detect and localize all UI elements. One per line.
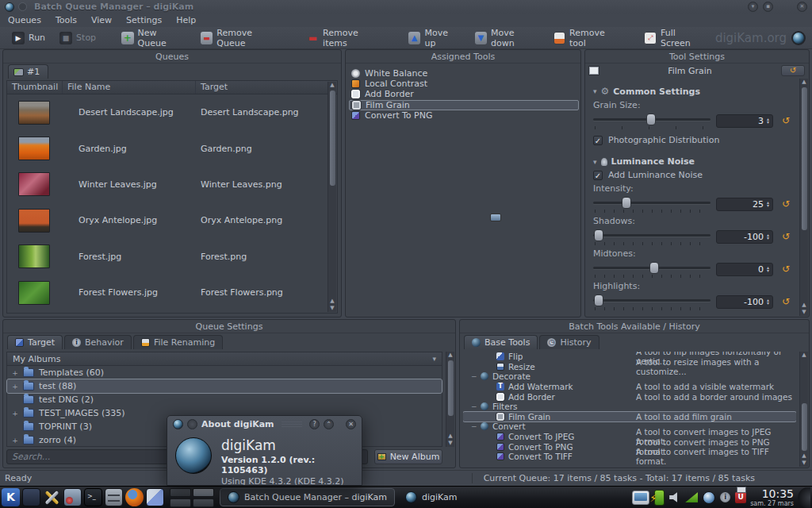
tab-history[interactable]: ◷ History	[539, 335, 599, 349]
spin-arrows-icon[interactable]: ▴▾	[767, 233, 769, 240]
remove-queue-button[interactable]: Remove Queue	[195, 25, 287, 51]
close-icon[interactable]: ✕	[346, 419, 356, 429]
run-button[interactable]: Run	[6, 29, 51, 47]
highlights-slider[interactable]	[593, 293, 710, 310]
tool-add-watermark[interactable]: TAdd Watermark A tool to add a visible w…	[463, 382, 796, 392]
luminance-noise-section-header[interactable]: ▾ Luminance Noise	[593, 156, 793, 167]
slider-handle[interactable]	[622, 197, 631, 209]
intensity-spinbox[interactable]: 25 ▴▾	[716, 198, 773, 211]
tab-base-tools[interactable]: Base Tools	[464, 335, 538, 349]
scroll-up-icon[interactable]: ▲	[448, 433, 452, 440]
reset-icon[interactable]: ↺	[779, 115, 793, 126]
menu-tools[interactable]: Tools	[56, 15, 77, 25]
maximize-icon[interactable]: ▪	[763, 2, 773, 12]
menu-view[interactable]: View	[91, 15, 112, 25]
file-cabinet-icon[interactable]	[105, 488, 123, 506]
reset-icon[interactable]: ↺	[779, 264, 793, 275]
close-icon[interactable]: ✕	[797, 2, 807, 12]
plasma-panel-toolbox-icon[interactable]	[798, 487, 810, 508]
table-row[interactable]: Winter Leaves.jpg Winter Leaves.png	[7, 167, 337, 202]
display-tray-icon[interactable]	[632, 491, 649, 505]
volume-tray-icon[interactable]	[669, 492, 680, 503]
spin-arrows-icon[interactable]: ▴▾	[767, 117, 769, 124]
scroll-down-icon[interactable]: ▼	[802, 309, 806, 316]
photographic-distribution-row[interactable]: ✓ Photographic Distribution	[593, 135, 793, 145]
slider-handle[interactable]	[649, 262, 659, 274]
column-file-name[interactable]: File Name	[63, 81, 196, 94]
add-luminance-noise-checkbox[interactable]: ✓	[593, 171, 603, 180]
slider-handle[interactable]	[594, 229, 603, 241]
scrollbar-thumb[interactable]	[802, 87, 807, 230]
albums-scrollbar[interactable]: ▲ ▲ ▼	[446, 352, 454, 447]
minimize-icon[interactable]: ▾	[748, 2, 758, 12]
reset-tool-button[interactable]: ↺	[781, 65, 805, 76]
grain-size-slider[interactable]	[593, 112, 710, 129]
browser-tray-icon[interactable]	[703, 491, 715, 504]
display-settings-icon[interactable]	[63, 488, 82, 506]
slider-handle[interactable]	[646, 114, 656, 125]
window-menu-icon[interactable]	[18, 2, 27, 11]
scroll-up-icon[interactable]: ▲	[802, 352, 806, 359]
system-settings-icon[interactable]	[43, 488, 61, 506]
add-luminance-noise-row[interactable]: ✓ Add Luminance Noise	[593, 170, 793, 180]
update-tray-icon[interactable]: U	[735, 492, 746, 503]
spin-arrows-icon[interactable]: ▴▾	[767, 266, 769, 272]
firefox-icon[interactable]	[125, 488, 144, 506]
window-menu-icon[interactable]	[187, 419, 197, 429]
scroll-up-icon[interactable]: ▲	[802, 452, 806, 460]
desktop-4[interactable]	[193, 498, 214, 507]
move-down-button[interactable]: Move down	[469, 25, 545, 51]
scroll-down-icon[interactable]: ▼	[330, 305, 334, 312]
photographic-distribution-checkbox[interactable]: ✓	[593, 136, 603, 145]
task-digikam[interactable]: digiKam	[397, 488, 465, 506]
new-queue-button[interactable]: New Queue	[116, 25, 192, 51]
scroll-up-icon[interactable]: ▲	[330, 298, 334, 305]
stop-button[interactable]: Stop	[54, 29, 102, 47]
reset-icon[interactable]: ↺	[779, 198, 793, 210]
table-row[interactable]: Desert Landscape.jpg Desert Landscape.pn…	[7, 94, 337, 130]
highlights-spinbox[interactable]: -100 ▴▾	[716, 295, 773, 309]
my-albums-combo[interactable]: My Albums ▾	[7, 352, 442, 366]
clock[interactable]: 10:35 sam. 27 mars	[750, 488, 794, 507]
slider-handle[interactable]	[594, 294, 603, 306]
shade-icon[interactable]: ⌃	[324, 419, 334, 429]
expander-icon[interactable]: +	[12, 437, 18, 444]
midtones-slider[interactable]	[593, 260, 710, 278]
battery-tray-icon[interactable]	[654, 490, 665, 506]
shadows-spinbox[interactable]: -100 ▴▾	[716, 230, 773, 244]
scroll-up-icon[interactable]: ▲	[802, 79, 806, 86]
desktop-pager[interactable]	[170, 488, 214, 507]
assigned-tool-white-balance[interactable]: White Balance	[349, 68, 579, 79]
column-thumbnail[interactable]: Thumbnail	[7, 81, 63, 94]
task-batch-queue-manager[interactable]: Batch Queue Manager – digiKam	[220, 488, 395, 506]
tool-film-grain[interactable]: Film Grain A tool to add film grain	[463, 412, 796, 422]
new-album-button[interactable]: + New Album	[374, 449, 442, 464]
assigned-tool-add-border[interactable]: Add Border	[349, 89, 579, 99]
tab-behavior[interactable]: i Behavior	[64, 335, 132, 349]
intensity-slider[interactable]	[593, 195, 710, 213]
scroll-up-icon[interactable]: ▲	[802, 302, 806, 309]
queues-scrollbar[interactable]: ▲ ▲ ▼	[327, 82, 336, 312]
batch-tools-scrollbar[interactable]: ▲ ▲ ▼	[799, 352, 808, 467]
assigned-tool-local-contrast[interactable]: Local Contrast	[349, 79, 579, 89]
tool-resize[interactable]: Resize A tool to resize images with a cu…	[463, 362, 796, 372]
move-up-button[interactable]: Move up	[403, 25, 466, 51]
expander-icon[interactable]: +	[12, 410, 18, 418]
category-filters[interactable]: −Filters	[463, 402, 796, 412]
scrollbar-thumb[interactable]	[448, 360, 454, 416]
collapse-icon[interactable]: −	[471, 422, 477, 430]
tool-settings-scrollbar[interactable]: ▲ ▲ ▼	[799, 79, 808, 316]
midtones-spinbox[interactable]: 0 ▴▾	[716, 263, 773, 276]
reset-icon[interactable]: ↺	[779, 231, 793, 242]
remove-items-button[interactable]: Remove items	[301, 25, 389, 51]
assigned-tool-film-grain[interactable]: Film Grain	[349, 100, 579, 110]
table-row[interactable]: Forest Flowers.jpg Forest Flowers.png	[7, 275, 337, 310]
remove-tool-button[interactable]: Remove tool	[548, 25, 628, 51]
expander-icon[interactable]: +	[12, 383, 18, 391]
menu-queues[interactable]: Queues	[8, 15, 41, 25]
scrollbar-thumb[interactable]	[330, 90, 335, 186]
table-row[interactable]: Oryx Antelope.jpg Oryx Antelope.png	[7, 202, 337, 238]
documents-icon[interactable]	[146, 488, 164, 506]
network-tray-icon[interactable]	[685, 492, 698, 502]
collapse-icon[interactable]: −	[471, 372, 477, 380]
